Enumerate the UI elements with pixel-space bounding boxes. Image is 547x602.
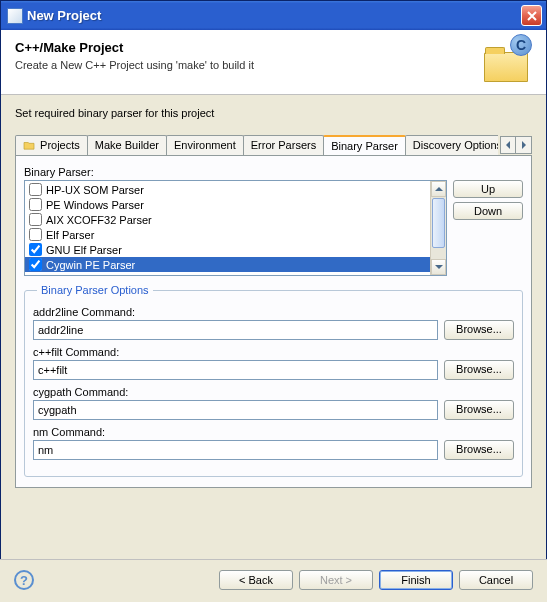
tab-discovery-options[interactable]: Discovery Options: [405, 135, 498, 155]
down-button[interactable]: Down: [453, 202, 523, 220]
help-button[interactable]: ?: [14, 570, 34, 590]
chevron-down-icon: [435, 265, 443, 269]
scroll-up-button[interactable]: [431, 181, 446, 197]
folder-icon: [23, 140, 35, 150]
close-button[interactable]: [521, 5, 542, 26]
list-item: HP-UX SOM Parser: [25, 182, 446, 197]
list-item: AIX XCOFF32 Parser: [25, 212, 446, 227]
page-subtitle: Create a New C++ Project using 'make' to…: [15, 59, 484, 71]
cygpath-label: cygpath Command:: [33, 386, 514, 398]
window-title: New Project: [27, 8, 521, 23]
cancel-button[interactable]: Cancel: [459, 570, 533, 590]
scrollbar[interactable]: [430, 181, 446, 275]
binary-parser-panel: Binary Parser: HP-UX SOM Parser PE Windo…: [15, 156, 532, 488]
chevron-left-icon: [506, 141, 510, 149]
back-button[interactable]: < Back: [219, 570, 293, 590]
addr2line-label: addr2line Command:: [33, 306, 514, 318]
list-item: PE Windows Parser: [25, 197, 446, 212]
binary-parser-label: Binary Parser:: [24, 166, 523, 178]
parser-list[interactable]: HP-UX SOM Parser PE Windows Parser AIX X…: [24, 180, 447, 276]
close-icon: [527, 11, 537, 21]
addr2line-browse-button[interactable]: Browse...: [444, 320, 514, 340]
scroll-down-button[interactable]: [431, 259, 446, 275]
cppfilt-input[interactable]: [33, 360, 438, 380]
addr2line-input[interactable]: [33, 320, 438, 340]
header-graphic: C: [484, 40, 532, 82]
parser-checkbox-gnuelf[interactable]: [29, 243, 42, 256]
binary-parser-options: Binary Parser Options addr2line Command:…: [24, 284, 523, 477]
nm-label: nm Command:: [33, 426, 514, 438]
cygpath-input[interactable]: [33, 400, 438, 420]
cppfilt-label: c++filt Command:: [33, 346, 514, 358]
tab-bar: Projects Make Builder Environment Error …: [15, 135, 532, 156]
tab-error-parsers[interactable]: Error Parsers: [243, 135, 324, 155]
parser-checkbox-cygwin[interactable]: [29, 258, 42, 271]
chevron-up-icon: [435, 187, 443, 191]
parser-label: PE Windows Parser: [46, 199, 144, 211]
list-item: Elf Parser: [25, 227, 446, 242]
parser-checkbox-hpux[interactable]: [29, 183, 42, 196]
tab-projects[interactable]: Projects: [15, 135, 88, 155]
parser-label: Cygwin PE Parser: [46, 259, 135, 271]
finish-button[interactable]: Finish: [379, 570, 453, 590]
tab-scroll-left[interactable]: [500, 136, 516, 154]
parser-label: Elf Parser: [46, 229, 94, 241]
cppfilt-browse-button[interactable]: Browse...: [444, 360, 514, 380]
cygpath-browse-button[interactable]: Browse...: [444, 400, 514, 420]
scroll-thumb[interactable]: [432, 198, 445, 248]
wizard-icon: [7, 8, 23, 24]
titlebar[interactable]: New Project: [1, 1, 546, 30]
wizard-header: C++/Make Project Create a New C++ Projec…: [1, 30, 546, 95]
page-title: C++/Make Project: [15, 40, 484, 55]
up-button[interactable]: Up: [453, 180, 523, 198]
tab-binary-parser[interactable]: Binary Parser: [323, 135, 406, 155]
folder-icon: [484, 52, 528, 82]
tab-scroll: [500, 136, 532, 154]
parser-label: AIX XCOFF32 Parser: [46, 214, 152, 226]
parser-checkbox-aix[interactable]: [29, 213, 42, 226]
parser-checkbox-elf[interactable]: [29, 228, 42, 241]
tab-environment[interactable]: Environment: [166, 135, 244, 155]
list-item: GNU Elf Parser: [25, 242, 446, 257]
tab-make-builder[interactable]: Make Builder: [87, 135, 167, 155]
next-button: Next >: [299, 570, 373, 590]
options-legend: Binary Parser Options: [37, 284, 153, 296]
tab-scroll-right[interactable]: [516, 136, 532, 154]
parser-label: GNU Elf Parser: [46, 244, 122, 256]
c-badge-icon: C: [510, 34, 532, 56]
list-item: Cygwin PE Parser: [25, 257, 446, 272]
tab-label: Projects: [40, 139, 80, 151]
instruction-text: Set required binary parser for this proj…: [15, 107, 532, 119]
parser-checkbox-pe[interactable]: [29, 198, 42, 211]
parser-label: HP-UX SOM Parser: [46, 184, 144, 196]
nm-browse-button[interactable]: Browse...: [444, 440, 514, 460]
chevron-right-icon: [522, 141, 526, 149]
wizard-footer: ? < Back Next > Finish Cancel: [0, 559, 547, 602]
nm-input[interactable]: [33, 440, 438, 460]
